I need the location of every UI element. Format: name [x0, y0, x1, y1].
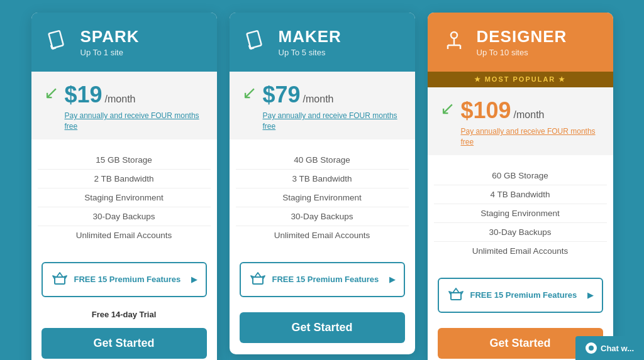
feature-item: Staging Environment — [38, 188, 211, 207]
plan-icon-spark — [44, 26, 72, 58]
price-section-spark: ↙ $19 /month Pay annually and receive FO… — [31, 72, 217, 139]
plan-subtitle-designer: Up To 10 sites — [477, 48, 567, 57]
svg-rect-13 — [451, 293, 461, 300]
plan-header-text-designer: DESIGNER Up To 10 sites — [477, 27, 567, 57]
price-content-maker: $79 /month Pay annually and receive FOUR… — [263, 82, 402, 132]
plan-header-text-spark: SPARK Up To 1 site — [80, 27, 140, 57]
premium-icon-designer — [448, 285, 464, 305]
plan-subtitle-maker: Up To 5 sites — [279, 48, 341, 57]
feature-item: Staging Environment — [236, 188, 409, 207]
price-amount-designer: $109 — [461, 97, 511, 124]
feature-item: 30-Day Backups — [236, 207, 409, 226]
premium-label-maker: FREE 15 Premium Features — [272, 275, 379, 284]
cta-button-maker[interactable]: Get Started — [240, 312, 405, 343]
annual-link-designer[interactable]: Pay annually and receive FOUR months fre… — [461, 126, 601, 148]
premium-banner-spark[interactable]: FREE 15 Premium Features ▶ — [42, 262, 207, 297]
premium-label-designer: FREE 15 Premium Features — [470, 290, 577, 300]
features-section-designer: 60 GB Storage4 TB BandwidthStaging Envir… — [428, 155, 613, 271]
price-arrow-designer: ↙ — [440, 100, 455, 117]
feature-item: 60 GB Storage — [434, 166, 607, 185]
svg-point-8 — [451, 32, 457, 38]
premium-banner-maker[interactable]: FREE 15 Premium Features ▶ — [240, 262, 405, 297]
price-section-maker: ↙ $79 /month Pay annually and receive FO… — [230, 72, 415, 139]
premium-arrow-designer: ▶ — [587, 291, 593, 300]
feature-item: 30-Day Backups — [38, 207, 211, 226]
price-arrow-maker: ↙ — [242, 84, 257, 102]
plan-card-maker: MAKER Up To 5 sites ↙ $79 /month Pay ann… — [230, 13, 415, 354]
plan-card-designer: DESIGNER Up To 10 sites ★ MOST POPULAR ★… — [428, 13, 613, 360]
premium-arrow-spark: ▶ — [191, 275, 197, 284]
annual-link-spark[interactable]: Pay annually and receive FOUR months fre… — [65, 111, 204, 132]
premium-icon-maker — [250, 270, 266, 290]
plan-header-spark: SPARK Up To 1 site — [31, 13, 217, 72]
feature-item: 3 TB Bandwidth — [236, 170, 409, 188]
plan-header-maker: MAKER Up To 5 sites — [230, 13, 415, 72]
price-row-spark: $19 /month — [65, 82, 204, 108]
price-content-spark: $19 /month Pay annually and receive FOUR… — [65, 82, 204, 132]
plan-icon-designer — [440, 26, 468, 58]
features-section-maker: 40 GB Storage3 TB BandwidthStaging Envir… — [230, 139, 415, 256]
svg-rect-7 — [253, 277, 263, 284]
price-per-designer: /month — [514, 109, 545, 121]
premium-banner-designer[interactable]: FREE 15 Premium Features ▶ — [438, 278, 603, 313]
plan-icon-maker — [242, 26, 270, 58]
plan-name-designer: DESIGNER — [477, 27, 567, 46]
trial-text-spark: Free 14-day Trial — [31, 303, 217, 323]
most-popular-banner: ★ MOST POPULAR ★ — [428, 72, 613, 87]
plans-container: SPARK Up To 1 site ↙ $19 /month Pay annu… — [31, 13, 613, 360]
chat-icon — [586, 342, 597, 354]
feature-item: Unlimited Email Accounts — [38, 226, 211, 244]
price-arrow-spark: ↙ — [44, 84, 58, 102]
feature-item: 2 TB Bandwidth — [38, 170, 211, 188]
price-row-maker: $79 /month — [263, 82, 402, 108]
plan-name-spark: SPARK — [80, 27, 140, 46]
premium-icon-spark — [52, 270, 68, 290]
chat-label: Chat w... — [601, 344, 634, 353]
feature-item: Unlimited Email Accounts — [236, 226, 409, 244]
feature-item: 4 TB Bandwidth — [434, 185, 607, 204]
features-section-spark: 15 GB Storage2 TB BandwidthStaging Envir… — [31, 139, 217, 256]
feature-item: 40 GB Storage — [236, 151, 409, 170]
feature-item: Staging Environment — [434, 204, 607, 223]
plan-header-designer: DESIGNER Up To 10 sites — [428, 13, 613, 72]
plan-name-maker: MAKER — [279, 27, 341, 46]
premium-arrow-maker: ▶ — [389, 275, 395, 284]
price-amount-spark: $19 — [65, 82, 103, 108]
plan-card-spark: SPARK Up To 1 site ↙ $19 /month Pay annu… — [31, 13, 217, 360]
price-per-maker: /month — [303, 94, 334, 105]
price-row-designer: $109 /month — [461, 97, 601, 124]
premium-label-spark: FREE 15 Premium Features — [74, 275, 181, 284]
feature-item: 30-Day Backups — [434, 223, 607, 242]
feature-item: Unlimited Email Accounts — [434, 242, 607, 260]
feature-item: 15 GB Storage — [38, 151, 211, 170]
price-section-designer: ↙ $109 /month Pay annually and receive F… — [428, 87, 613, 155]
chat-widget[interactable]: Chat w... — [575, 336, 644, 360]
price-content-designer: $109 /month Pay annually and receive FOU… — [461, 97, 601, 148]
price-amount-maker: $79 — [263, 82, 301, 108]
cta-button-spark[interactable]: Get Started — [42, 328, 207, 359]
price-per-spark: /month — [105, 94, 136, 105]
svg-rect-3 — [55, 277, 65, 284]
plan-header-text-maker: MAKER Up To 5 sites — [279, 27, 341, 57]
plan-subtitle-spark: Up To 1 site — [80, 48, 140, 57]
annual-link-maker[interactable]: Pay annually and receive FOUR months fre… — [263, 111, 402, 132]
